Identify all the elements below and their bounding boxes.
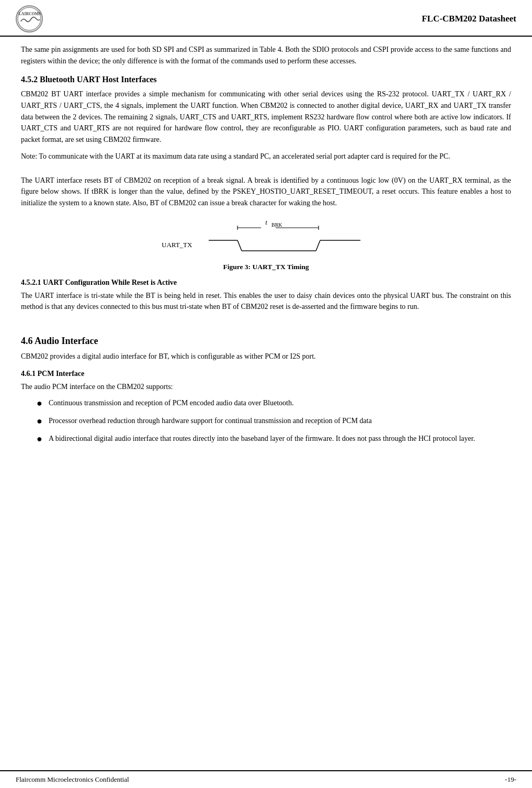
- bullet-text-1: Continuous transmission and reception of…: [49, 397, 294, 409]
- section-452-note: Note: To communicate with the UART at it…: [21, 151, 511, 162]
- header-title: FLC-CBM202 Datasheet: [422, 14, 516, 24]
- section-452-heading: 4.5.2 Bluetooth UART Host Interfaces: [21, 75, 511, 84]
- bullet-text-2: Processor overhead reduction through har…: [49, 415, 372, 427]
- section-452-para1: CBM202 BT UART interface provides a simp…: [21, 88, 511, 145]
- uart-timing-diagram: t BRK UART_TX: [156, 218, 376, 258]
- section-4521-heading: 4.5.2.1 UART Configuration While Reset i…: [21, 279, 511, 287]
- section-452-para2: The UART interface resets BT of CBM202 o…: [21, 175, 511, 209]
- bullet-dot-1: ●: [37, 396, 42, 411]
- bullet-item-3: ● A bidirectional digital audio interfac…: [37, 433, 511, 447]
- figure-area: t BRK UART_TX Fi: [21, 218, 511, 271]
- section-46-para1: CBM202 provides a digital audio interfac…: [21, 351, 511, 362]
- svg-text:BRK: BRK: [271, 222, 282, 228]
- logo-area: FLAIRCOMM: [16, 5, 46, 32]
- svg-point-0: [18, 7, 41, 30]
- header: FLAIRCOMM FLC-CBM202 Datasheet: [0, 0, 532, 37]
- bullet-dot-2: ●: [37, 414, 42, 429]
- svg-line-10: [237, 240, 242, 251]
- footer-page: -19-: [505, 775, 516, 784]
- page: FLAIRCOMM FLC-CBM202 Datasheet The same …: [0, 0, 532, 788]
- logo-circle: FLAIRCOMM: [16, 5, 43, 32]
- main-content: The same pin assignments are used for bo…: [0, 37, 532, 472]
- bullet-list: ● Continuous transmission and reception …: [37, 397, 511, 447]
- svg-line-12: [316, 240, 320, 251]
- section-46-heading: 4.6 Audio Interface: [21, 336, 511, 347]
- svg-text:UART_TX: UART_TX: [162, 241, 193, 249]
- intro-paragraph: The same pin assignments are used for bo…: [21, 44, 511, 66]
- section-461-heading: 4.6.1 PCM Interface: [21, 370, 511, 378]
- bullet-item-1: ● Continuous transmission and reception …: [37, 397, 511, 411]
- svg-text:t: t: [265, 218, 267, 226]
- section-4521-para1: The UART interface is tri-state while th…: [21, 290, 511, 313]
- footer-company: Flaircomm Microelectronics Confidential: [16, 775, 129, 784]
- section-461-para1: The audio PCM interface on the CBM202 su…: [21, 381, 511, 393]
- bullet-dot-3: ●: [37, 432, 42, 447]
- bullet-item-2: ● Processor overhead reduction through h…: [37, 415, 511, 429]
- svg-text:FLAIRCOMM: FLAIRCOMM: [17, 12, 42, 16]
- figure-caption: Figure 3: UART_TX Timing: [21, 263, 511, 271]
- footer: Flaircomm Microelectronics Confidential …: [0, 770, 532, 788]
- bullet-text-3: A bidirectional digital audio interface …: [49, 433, 475, 445]
